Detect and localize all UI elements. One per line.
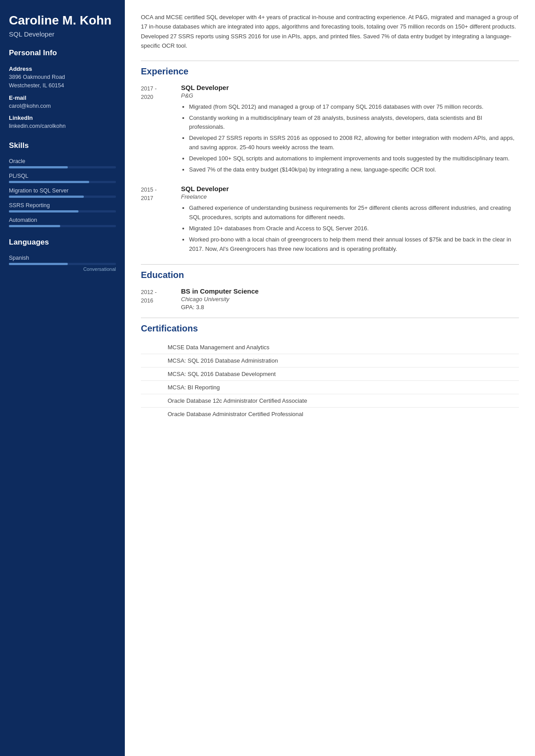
exp-bullet: Gathered experience of understanding bus… [189,204,519,222]
exp-company: P&G [181,92,519,99]
exp-details: SQL Developer P&G Migrated (from SQL 201… [181,84,519,176]
skill-item: Migration to SQL Server [9,188,116,198]
certifications-divider [141,318,519,318]
exp-bullet: Worked pro-bono with a local chain of gr… [189,235,519,254]
edu-degree: BS in Computer Science [181,287,519,295]
certification-item: MCSA: BI Reporting [141,381,519,394]
skill-name: SSRS Reporting [9,202,116,208]
exp-dates: 2015 -2017 [141,185,181,255]
address-label: Address [9,65,116,72]
certification-item: MCSA: SQL 2016 Database Development [141,368,519,381]
skill-bar-fill [9,225,60,227]
exp-bullet: Developed 100+ SQL scripts and automatio… [189,154,519,163]
exp-bullet: Migrated (from SQL 2012) and managed a g… [189,102,519,112]
linkedin-label: LinkedIn [9,114,116,121]
language-level: Conversational [9,266,116,272]
skill-name: Migration to SQL Server [9,188,116,194]
skill-bar-fill [9,210,78,212]
languages-title: Languages [9,238,116,249]
exp-dates: 2017 -2020 [141,84,181,176]
certification-item: MCSE Data Management and Analytics [141,341,519,354]
skill-item: Automation [9,217,116,227]
linkedin-value: linkedin.com/carolkohn [9,122,116,131]
experience-divider [141,61,519,61]
email-value: carol@kohn.com [9,102,116,110]
language-item: Spanish Conversational [9,255,116,272]
skill-item: PL/SQL [9,173,116,183]
skills-list: Oracle PL/SQL Migration to SQL Server SS… [9,158,116,227]
experience-item: 2017 -2020 SQL Developer P&G Migrated (f… [141,84,519,176]
email-label: E-mail [9,94,116,101]
skill-name: Automation [9,217,116,223]
main-content: OCA and MCSE certified SQL developer wit… [125,0,535,756]
skill-bar-fill [9,166,68,168]
edu-school: Chicago University [181,296,519,302]
address-line2: Westchester, IL 60154 [9,82,116,90]
exp-bullet: Migrated 10+ databases from Oracle and A… [189,224,519,233]
skill-name: Oracle [9,158,116,164]
exp-bullets: Gathered experience of understanding bus… [181,204,519,253]
edu-gpa: GPA: 3.8 [181,304,519,311]
personal-info-title: Personal Info [9,49,116,59]
exp-bullet: Developed 27 SSRS reports in SSRS 2016 a… [189,134,519,152]
education-divider [141,264,519,265]
education-item: 2012 -2016 BS in Computer Science Chicag… [141,287,519,311]
exp-details: SQL Developer Freelance Gathered experie… [181,185,519,255]
language-bar-bg [9,263,116,265]
resume-container: Caroline M. Kohn SQL Developer Personal … [0,0,535,756]
certification-item: Oracle Database 12c Administrator Certif… [141,394,519,408]
edu-dates: 2012 -2016 [141,287,181,311]
skill-bar-fill [9,196,84,198]
certification-item: MCSA: SQL 2016 Database Administration [141,354,519,368]
exp-bullet: Saved 7% of the data entry budget ($140k… [189,165,519,175]
certifications-list: MCSE Data Management and AnalyticsMCSA: … [141,341,519,421]
language-bar-fill [9,263,68,265]
skill-bar-bg [9,181,116,183]
education-list: 2012 -2016 BS in Computer Science Chicag… [141,287,519,311]
candidate-title: SQL Developer [9,30,116,38]
sidebar: Caroline M. Kohn SQL Developer Personal … [0,0,125,756]
skill-bar-bg [9,210,116,212]
certification-item: Oracle Database Administrator Certified … [141,408,519,421]
skill-bar-bg [9,225,116,227]
address-line1: 3896 Oakmound Road [9,73,116,82]
summary-text: OCA and MCSE certified SQL developer wit… [141,12,519,51]
exp-job-title: SQL Developer [181,185,519,192]
education-title: Education [141,270,519,280]
language-name: Spanish [9,255,116,261]
languages-list: Spanish Conversational [9,255,116,272]
exp-job-title: SQL Developer [181,84,519,91]
experience-item: 2015 -2017 SQL Developer Freelance Gathe… [141,185,519,255]
exp-bullets: Migrated (from SQL 2012) and managed a g… [181,102,519,175]
edu-details: BS in Computer Science Chicago Universit… [181,287,519,311]
experience-list: 2017 -2020 SQL Developer P&G Migrated (f… [141,84,519,256]
skills-title: Skills [9,141,116,152]
exp-company: Freelance [181,193,519,200]
skill-bar-bg [9,196,116,198]
candidate-name: Caroline M. Kohn [9,13,116,28]
skill-bar-fill [9,181,89,183]
skill-item: Oracle [9,158,116,168]
experience-title: Experience [141,66,519,77]
skill-name: PL/SQL [9,173,116,179]
certifications-title: Certifications [141,323,519,334]
exp-bullet: Constantly working in a multidisciplinar… [189,114,519,132]
skill-bar-bg [9,166,116,168]
skill-item: SSRS Reporting [9,202,116,212]
